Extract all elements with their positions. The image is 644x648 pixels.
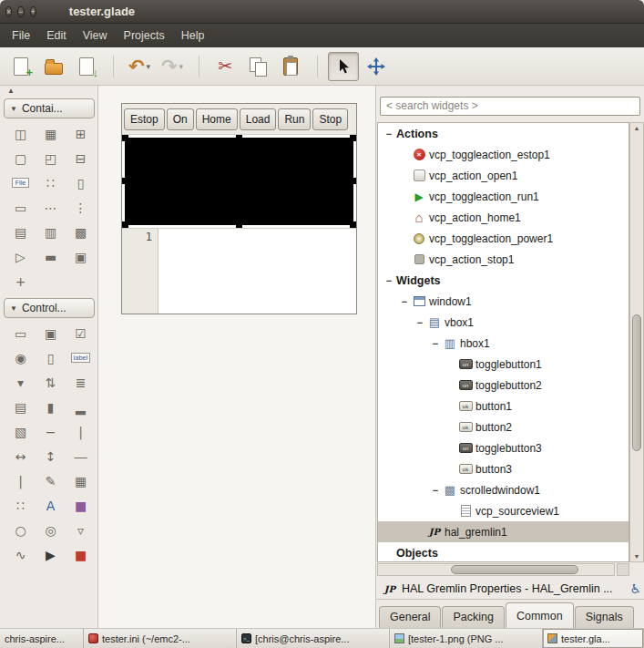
tree-horizontal-scrollbar[interactable] [377, 563, 615, 576]
sourceview-body[interactable] [158, 229, 356, 314]
expander-widget-icon[interactable]: ▷ [6, 245, 35, 268]
fontbutton-icon[interactable]: A [36, 494, 65, 517]
tree-row-vcp-toggleaction-power1[interactable]: vcp_toggleaction_power1 [378, 228, 629, 249]
treeview-icon[interactable]: ▤ [6, 396, 35, 418]
handlebox-icon[interactable]: ▭ [6, 196, 35, 219]
checkbutton-icon[interactable]: ☑ [66, 322, 95, 345]
statusbar-icon[interactable]: ▂ [66, 396, 95, 418]
menu-help[interactable]: Help [173, 26, 213, 46]
tree-row-scrolledwindow1[interactable]: −▩scrolledwindow1 [378, 479, 629, 500]
menu-edit[interactable]: Edit [38, 26, 75, 46]
vseparator-icon[interactable]: | [6, 469, 35, 492]
save-project-button[interactable]: ↓ [71, 52, 102, 81]
statusicon-icon[interactable]: ○ [6, 519, 35, 541]
spinner-icon[interactable]: ◎ [36, 519, 65, 541]
paste-button[interactable] [275, 52, 306, 81]
calendar-icon[interactable]: ▦ [66, 469, 95, 492]
tree-row-togglebutton1[interactable]: ontogglebutton1 [378, 354, 629, 375]
maximize-button[interactable]: + [30, 6, 36, 17]
notebook-icon[interactable]: ⊞ [66, 122, 95, 145]
drawingarea-icon[interactable]: ✎ [36, 469, 65, 492]
tree-expander-icon[interactable]: − [414, 317, 425, 328]
tree-expander-icon[interactable]: − [383, 129, 394, 139]
tree-expander-icon[interactable]: − [383, 275, 394, 286]
menubar-widget-icon[interactable]: ▣ [66, 245, 95, 268]
tree-row-togglebutton2[interactable]: ontogglebutton2 [378, 375, 629, 396]
hbox-icon[interactable]: ⋯ [36, 196, 65, 219]
hscrollbar-icon[interactable]: ↔ [6, 445, 35, 468]
toolbar-widget-icon[interactable]: ▬ [36, 245, 65, 268]
designed-window[interactable]: EstopOnHomeLoadRunStop 1 [121, 103, 357, 314]
viewport-icon[interactable]: ▥ [36, 221, 65, 243]
menu-file[interactable]: File [4, 26, 38, 46]
taskbar-item-chris-aspire[interactable]: chris-aspire... [0, 629, 84, 648]
taskbar-item-tester-gla[interactable]: tester.gla... [543, 629, 644, 648]
vbuttonbox-icon[interactable]: ▯ [66, 171, 95, 194]
designed-button-load[interactable]: Load [240, 108, 277, 130]
designed-button-on[interactable]: On [167, 108, 194, 130]
combobox-icon[interactable]: ▾ [6, 371, 35, 394]
menu-projects[interactable]: Projects [116, 26, 173, 46]
frame-icon[interactable]: ▢ [6, 147, 35, 170]
media-play-icon[interactable]: ▶ [36, 543, 65, 566]
cut-button[interactable]: ✂ [210, 52, 240, 81]
tree-row-button2[interactable]: okbutton2 [378, 417, 629, 437]
progressbar-icon[interactable]: ▮ [36, 396, 65, 418]
dropdown-arrow-icon[interactable]: ▾ [179, 62, 184, 71]
tree-row-objects[interactable]: Objects [378, 542, 629, 562]
vscrollbar-icon[interactable]: ↕ [36, 445, 65, 468]
tree-row-vcp-action-open1[interactable]: vcp_action_open1 [378, 165, 629, 186]
hbuttonbox-icon[interactable]: ∷ [36, 171, 65, 194]
tree-row-vcp-action-stop1[interactable]: vcp_action_stop1 [378, 249, 629, 270]
selection-handle-ne[interactable] [350, 135, 356, 141]
designed-button-home[interactable]: Home [196, 108, 238, 130]
vbox-icon[interactable]: ⋮ [66, 196, 95, 219]
togglebutton-widget-icon[interactable]: ▣ [36, 322, 65, 345]
selection-handle-e[interactable] [350, 178, 356, 184]
tree-row-widgets[interactable]: −Widgets [378, 270, 629, 291]
titlebar[interactable]: ×−+ tester.glade [0, 0, 644, 24]
alignment-icon[interactable]: + [6, 270, 35, 293]
button-widget-icon[interactable]: ▭ [6, 322, 35, 345]
linkbutton-icon[interactable]: ∿ [6, 543, 35, 566]
textview-icon[interactable]: ≣ [66, 371, 95, 394]
selector-button[interactable] [328, 52, 359, 81]
designed-button-stop[interactable]: Stop [312, 108, 348, 130]
palette-section-control[interactable]: ▼Control... [4, 298, 95, 318]
tree-row-togglebutton3[interactable]: ontogglebutton3 [378, 437, 629, 458]
comboboxentry-icon[interactable]: ▿ [66, 519, 95, 541]
vertical-scrollbar-slider[interactable] [632, 314, 641, 451]
tab-general[interactable]: General [379, 606, 441, 628]
redo-button[interactable]: ↷▾ [157, 52, 188, 81]
palette-scroll-up-icon[interactable]: ▲ [0, 86, 97, 97]
entry-icon[interactable]: ▯ [36, 346, 65, 369]
file-chooser-widget-icon[interactable]: File [6, 171, 35, 194]
colorbutton-icon[interactable]: ■ [66, 494, 95, 517]
tab-packing[interactable]: Packing [442, 606, 504, 628]
tree-expander-icon[interactable]: − [430, 338, 441, 349]
tree-row-vcp-toggleaction-estop1[interactable]: ×vcp_toggleaction_estop1 [378, 144, 629, 165]
taskbar-item-tester-ini-emc2[interactable]: tester.ini (~/emc2-... [84, 629, 237, 648]
tree-row-vcp-sourceview1[interactable]: vcp_sourceview1 [378, 500, 629, 521]
scroll-down-arrow-icon[interactable]: ▼ [630, 553, 643, 560]
tree-row-button3[interactable]: okbutton3 [378, 458, 629, 479]
selection-handle-sw[interactable] [122, 221, 128, 228]
taskbar-item-chris-chris-aspire[interactable]: >_[chris@chris-aspire... [237, 629, 390, 648]
designed-button-estop[interactable]: Estop [124, 108, 165, 130]
scroll-up-arrow-icon[interactable]: ▲ [630, 125, 643, 131]
hal-gremlin-widget[interactable] [125, 138, 353, 225]
tree-expander-icon[interactable]: − [399, 296, 410, 307]
tree-vertical-scrollbar[interactable]: ▲ ▼ [629, 122, 644, 562]
horizontal-scrollbar-slider[interactable] [451, 565, 578, 574]
selection-handle-n[interactable] [236, 135, 242, 141]
taskbar-item-tester-1-png-png[interactable]: [tester-1.png (PNG ... [390, 629, 543, 648]
hscale-icon[interactable]: − [36, 420, 65, 443]
designed-button-run[interactable]: Run [278, 108, 311, 130]
close-button[interactable]: × [5, 6, 12, 17]
undo-button[interactable]: ↶▾ [124, 52, 155, 81]
minimize-button[interactable]: − [17, 6, 24, 17]
selection-handle-se[interactable] [350, 221, 356, 228]
spinbutton-icon[interactable]: ⇅ [36, 371, 65, 394]
tab-signals[interactable]: Signals [575, 606, 634, 628]
menu-view[interactable]: View [75, 26, 116, 46]
